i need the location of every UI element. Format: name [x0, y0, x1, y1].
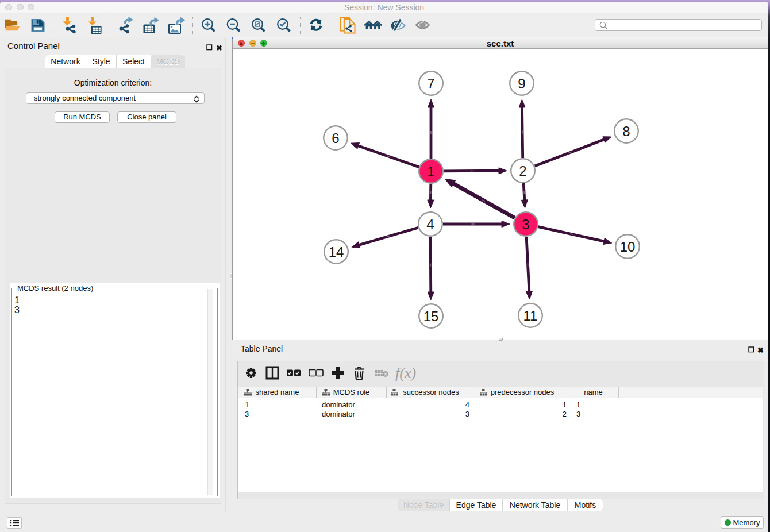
svg-text:14: 14 [329, 244, 344, 260]
svg-text:3: 3 [522, 217, 529, 232]
svg-text:7: 7 [427, 76, 434, 91]
svg-text:6: 6 [332, 130, 339, 146]
svg-text:11: 11 [523, 308, 538, 323]
svg-text:2: 2 [519, 163, 526, 179]
svg-text:10: 10 [620, 239, 636, 255]
svg-text:f(x): f(x) [395, 365, 416, 381]
svg-text:9: 9 [518, 76, 525, 91]
svg-text:4: 4 [426, 217, 434, 232]
svg-text:15: 15 [424, 309, 439, 324]
svg-text:8: 8 [622, 124, 630, 139]
svg-text:1: 1 [427, 164, 434, 179]
